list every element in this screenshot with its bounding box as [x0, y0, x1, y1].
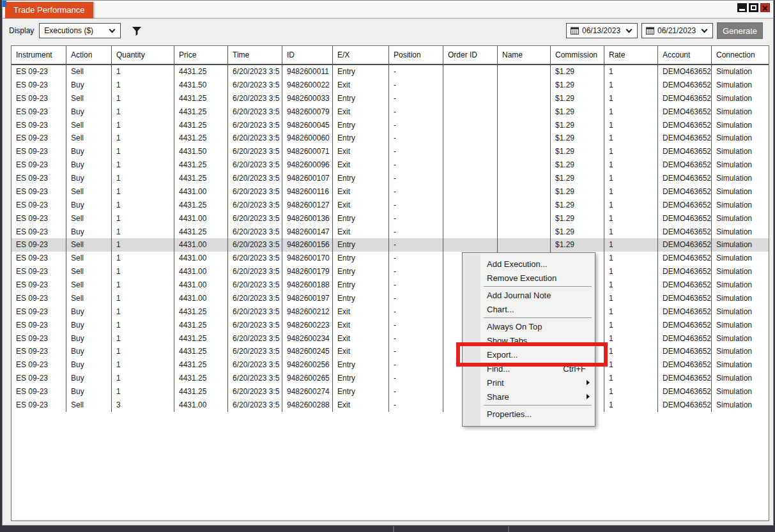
- table-row[interactable]: ES 09-23Buy14431.256/20/2023 3:594826002…: [12, 332, 769, 346]
- cell: -: [389, 292, 443, 305]
- cell: Exit: [333, 199, 389, 212]
- close-button[interactable]: [760, 3, 770, 12]
- cell: -: [389, 119, 443, 132]
- column-header-price[interactable]: Price: [174, 46, 228, 64]
- cell: 1: [112, 119, 174, 132]
- title-bar: Trade Performance: [3, 1, 773, 19]
- table-row[interactable]: ES 09-23Buy14431.256/20/2023 3:594826001…: [12, 199, 769, 212]
- table-row[interactable]: ES 09-23Buy14431.256/20/2023 3:594826002…: [12, 372, 769, 385]
- cell: 4431.25: [174, 119, 228, 132]
- date-to-value: 06/21/2023: [657, 26, 696, 35]
- table-row[interactable]: ES 09-23Buy14431.256/20/2023 3:594826002…: [12, 345, 769, 358]
- cell: Buy: [66, 358, 112, 372]
- column-header-time[interactable]: Time: [228, 46, 282, 64]
- table-row[interactable]: ES 09-23Buy14431.256/20/2023 3:594826002…: [12, 319, 769, 332]
- table-row[interactable]: ES 09-23Buy14431.256/20/2023 3:594826002…: [12, 385, 769, 399]
- table-header-row: InstrumentActionQuantityPriceTimeIDE/XPo…: [12, 46, 769, 65]
- cell: 6/20/2023 3:5: [228, 92, 282, 105]
- cell: 1: [604, 278, 658, 292]
- table-row[interactable]: ES 09-23Buy14431.506/20/2023 3:594826000…: [12, 79, 769, 92]
- context-menu: Add Execution...Remove ExecutionAdd Jour…: [462, 252, 595, 427]
- table-row[interactable]: ES 09-23Buy14431.256/20/2023 3:594826001…: [12, 172, 769, 185]
- table-row[interactable]: ES 09-23Sell14431.256/20/2023 3:59482600…: [12, 119, 769, 132]
- date-from-picker[interactable]: 06/13/2023: [566, 23, 638, 38]
- column-header-instrument[interactable]: Instrument: [12, 46, 66, 64]
- cell: 6/20/2023 3:5: [228, 145, 282, 158]
- cell: ES 09-23: [12, 292, 66, 305]
- menu-item-remove-execution[interactable]: Remove Execution: [463, 271, 595, 285]
- column-header-position[interactable]: Position: [389, 46, 443, 64]
- table-row[interactable]: ES 09-23Sell14431.256/20/2023 3:59482600…: [12, 65, 769, 79]
- cell: 9482600288: [282, 399, 333, 412]
- table-row[interactable]: ES 09-23Buy14431.256/20/2023 3:594826000…: [12, 105, 769, 119]
- column-header-connection[interactable]: Connection: [712, 46, 769, 64]
- column-header-name[interactable]: Name: [498, 46, 551, 64]
- menu-item-share[interactable]: Share: [463, 390, 595, 404]
- cell: Entry: [333, 385, 389, 399]
- table-row[interactable]: ES 09-23Sell14431.006/20/2023 3:59482600…: [12, 292, 769, 305]
- minimize-button[interactable]: [737, 3, 747, 12]
- table-row[interactable]: ES 09-23Sell14431.006/20/2023 3:59482600…: [12, 185, 769, 199]
- cell: $1.29: [551, 212, 604, 225]
- menu-item-print[interactable]: Print: [463, 376, 595, 390]
- table-row[interactable]: ES 09-23Sell34431.006/20/2023 3:59482600…: [12, 399, 769, 412]
- date-to-picker[interactable]: 06/21/2023: [641, 23, 713, 38]
- maximize-button[interactable]: [749, 3, 758, 12]
- table-row[interactable]: ES 09-23Buy14431.506/20/2023 3:594826000…: [12, 145, 769, 158]
- generate-button[interactable]: Generate: [717, 22, 763, 39]
- cell: 1: [604, 79, 658, 92]
- table-row[interactable]: ES 09-23Sell14431.006/20/2023 3:59482600…: [12, 278, 769, 292]
- column-header-e-x[interactable]: E/X: [333, 46, 389, 64]
- cell: Sell: [66, 399, 112, 412]
- column-header-quantity[interactable]: Quantity: [112, 46, 174, 64]
- cell: 6/20/2023 3:5: [228, 292, 282, 305]
- cell: -: [389, 185, 443, 199]
- menu-item-chart[interactable]: Chart...: [463, 302, 595, 316]
- column-header-order-id[interactable]: Order ID: [443, 46, 498, 64]
- cell: -: [389, 319, 443, 332]
- cell: DEMO463652: [658, 65, 712, 79]
- column-header-id[interactable]: ID: [282, 46, 333, 64]
- cell: 6/20/2023 3:5: [228, 119, 282, 132]
- cell: ES 09-23: [12, 185, 66, 199]
- table-row[interactable]: ES 09-23Sell14431.006/20/2023 3:59482600…: [12, 265, 769, 278]
- column-header-action[interactable]: Action: [66, 46, 112, 64]
- menu-item-add-execution[interactable]: Add Execution...: [463, 257, 595, 271]
- table-row[interactable]: ES 09-23Buy14431.256/20/2023 3:594826002…: [12, 305, 769, 319]
- menu-item-properties[interactable]: Properties...: [463, 407, 595, 421]
- cell: 1: [112, 132, 174, 145]
- table-row[interactable]: ES 09-23Buy14431.256/20/2023 3:594826001…: [12, 225, 769, 239]
- window-tab-trade-performance[interactable]: Trade Performance: [5, 2, 93, 19]
- column-header-account[interactable]: Account: [658, 46, 712, 64]
- column-header-rate[interactable]: Rate: [604, 46, 658, 64]
- cell: 4431.25: [174, 319, 228, 332]
- menu-item-label: Share: [487, 392, 509, 402]
- table-row[interactable]: ES 09-23Sell14431.256/20/2023 3:59482600…: [12, 132, 769, 145]
- filter-icon[interactable]: [132, 26, 142, 36]
- menu-item-always-on-top[interactable]: Always On Top: [463, 319, 595, 333]
- table-row[interactable]: ES 09-23Buy14431.256/20/2023 3:594826002…: [12, 358, 769, 372]
- menu-item-add-journal-note[interactable]: Add Journal Note: [463, 288, 595, 302]
- table-row[interactable]: ES 09-23Buy14431.256/20/2023 3:594826000…: [12, 158, 769, 172]
- cell: Entry: [333, 252, 389, 265]
- table-row[interactable]: ES 09-23Sell14431.006/20/2023 3:59482600…: [12, 212, 769, 225]
- cell: [498, 172, 551, 185]
- cell: 1: [604, 225, 658, 239]
- table-row[interactable]: ES 09-23Sell14431.006/20/2023 3:59482600…: [12, 252, 769, 265]
- display-dropdown[interactable]: Executions ($): [39, 23, 121, 38]
- executions-table-panel: InstrumentActionQuantityPriceTimeIDE/XPo…: [11, 45, 769, 521]
- chevron-down-icon: [702, 27, 708, 33]
- chevron-down-icon: [626, 27, 633, 33]
- cell: 4431.25: [174, 385, 228, 399]
- cell: Entry: [333, 358, 389, 372]
- cell: [443, 225, 498, 239]
- menu-item-label: Properties...: [487, 409, 532, 419]
- table-row[interactable]: ES 09-23Sell14431.006/20/2023 3:59482600…: [12, 238, 769, 252]
- cell: DEMO463652: [658, 292, 712, 305]
- cell: Buy: [66, 145, 112, 158]
- cell: 9482600179: [282, 265, 333, 278]
- column-header-commission[interactable]: Commission: [551, 46, 604, 64]
- cell: ES 09-23: [12, 79, 66, 92]
- table-row[interactable]: ES 09-23Sell14431.256/20/2023 3:59482600…: [12, 92, 769, 105]
- cell: DEMO463652: [658, 185, 712, 199]
